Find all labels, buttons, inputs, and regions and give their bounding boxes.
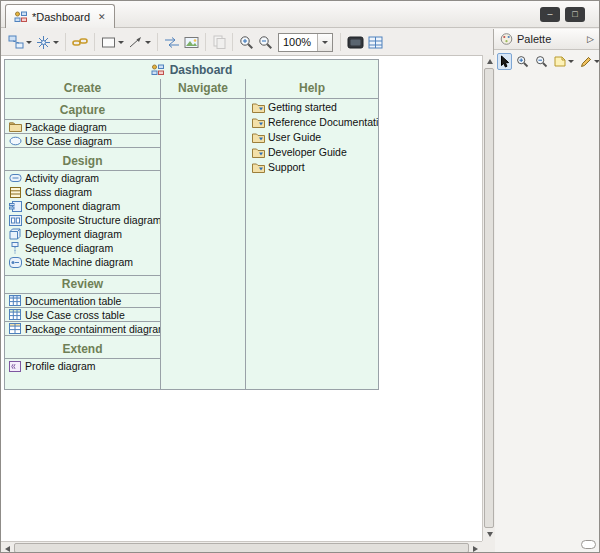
deployment-diagram-icon [8, 228, 22, 241]
scroll-down-button[interactable] [483, 528, 496, 541]
palette-header[interactable]: Palette ▷ [494, 29, 599, 50]
dropdown-arrow-icon [594, 60, 600, 63]
toolbar-separator [65, 33, 66, 51]
image-export-button[interactable] [182, 34, 201, 51]
composite-structure-diagram-icon [8, 214, 22, 227]
toolbar-separator [232, 33, 233, 51]
chevron-down-icon [322, 41, 328, 44]
palette-expand-arrow-icon[interactable]: ▷ [587, 34, 594, 44]
link-icon [72, 35, 88, 49]
zoom-out-icon [535, 55, 548, 68]
zoom-dropdown-button[interactable] [317, 34, 332, 51]
item-documentation-table[interactable]: Documentation table [5, 294, 160, 308]
item-support[interactable]: Support [246, 160, 378, 174]
sequence-diagram-icon [8, 242, 22, 255]
grid-button[interactable] [366, 34, 385, 51]
dropdown-arrow-icon [118, 41, 124, 44]
palette-title: Palette [517, 33, 551, 45]
section-capture-header: Capture [5, 102, 160, 120]
item-activity-diagram[interactable]: Activity diagram [5, 171, 160, 185]
note-tool[interactable] [552, 54, 576, 69]
component-diagram-icon [8, 200, 22, 213]
scroll-right-button[interactable] [469, 542, 482, 553]
item-label: Sequence diagram [25, 242, 113, 254]
vertical-scrollbar[interactable] [482, 55, 495, 541]
minimize-button[interactable]: – [540, 7, 560, 22]
grid-icon [368, 36, 383, 49]
zoom-level-combo [278, 33, 333, 52]
scroll-left-button[interactable] [1, 542, 14, 553]
palette-icon [499, 33, 513, 46]
item-getting-started[interactable]: Getting started [246, 100, 378, 114]
item-profile-diagram[interactable]: Profile diagram [5, 359, 160, 373]
scroll-up-button[interactable] [483, 55, 496, 68]
dropdown-arrow-icon [145, 41, 151, 44]
transfer-button[interactable] [162, 34, 182, 51]
item-package-diagram[interactable]: Package diagram [5, 120, 160, 134]
zoom-in-button[interactable] [237, 33, 256, 52]
screenshot-icon [347, 36, 364, 49]
item-class-diagram[interactable]: Class diagram [5, 185, 160, 199]
item-user-guide[interactable]: User Guide [246, 130, 378, 144]
arrow-up-icon [487, 59, 493, 64]
help-folder-icon [251, 116, 265, 129]
editor-tab-dashboard[interactable]: *Dashboard ✕ [5, 4, 115, 28]
item-label: Getting started [268, 101, 337, 113]
item-use-case-diagram[interactable]: Use Case diagram [5, 134, 160, 148]
create-diagram-button[interactable] [6, 33, 34, 52]
dashboard-tab-icon [13, 10, 27, 23]
editor-canvas[interactable]: Dashboard Create Capture Package [1, 55, 482, 541]
main-toolbar [1, 29, 495, 55]
maximize-button[interactable]: □ [565, 7, 585, 22]
zoom-out-icon [258, 35, 273, 50]
shapes-button[interactable] [99, 34, 126, 51]
zoom-level-input[interactable] [279, 34, 317, 50]
item-label: State Machine diagram [25, 256, 133, 268]
palette-zoom-out-tool[interactable] [533, 53, 550, 70]
dashboard-title: Dashboard [170, 63, 233, 77]
item-reference-documentation[interactable]: Reference Documentation [246, 115, 378, 129]
arrow-left-icon [5, 546, 10, 552]
copy-button[interactable] [210, 33, 228, 51]
dashboard-title-row: Dashboard [5, 60, 378, 79]
screenshot-button[interactable] [345, 34, 366, 51]
item-state-machine-diagram[interactable]: State Machine diagram [5, 255, 160, 269]
annotation-tool[interactable] [578, 54, 600, 70]
scrollbar-corner [482, 541, 495, 553]
application-window: *Dashboard ✕ – □ [0, 0, 600, 553]
item-developer-guide[interactable]: Developer Guide [246, 145, 378, 159]
palette-zoom-in-tool[interactable] [514, 53, 531, 70]
create-header: Create [5, 79, 160, 99]
item-use-case-cross-table[interactable]: Use Case cross table [5, 308, 160, 322]
routing-style-button[interactable] [34, 33, 61, 52]
select-tool[interactable] [497, 53, 512, 70]
zoom-in-icon [516, 55, 529, 68]
link-button[interactable] [70, 33, 90, 51]
palette-scroll-thumb[interactable] [581, 540, 596, 549]
item-label: Use Case diagram [25, 135, 112, 147]
tab-close-icon[interactable]: ✕ [98, 12, 106, 22]
horizontal-scroll-thumb[interactable] [14, 543, 469, 553]
dropdown-arrow-icon [568, 60, 574, 63]
item-label: Support [268, 161, 305, 173]
profile-diagram-icon [8, 360, 22, 373]
item-deployment-diagram[interactable]: Deployment diagram [5, 227, 160, 241]
documentation-table-icon [8, 294, 22, 307]
column-navigate: Navigate [161, 79, 246, 389]
column-help: Help Getting started [246, 79, 378, 389]
zoom-out-button[interactable] [256, 33, 275, 52]
horizontal-scrollbar[interactable] [1, 541, 482, 553]
help-folder-icon [251, 101, 265, 114]
help-header: Help [246, 79, 378, 99]
item-sequence-diagram[interactable]: Sequence diagram [5, 241, 160, 255]
help-folder-icon [251, 131, 265, 144]
use-case-diagram-icon [8, 134, 22, 147]
use-case-cross-table-icon [8, 308, 22, 321]
item-component-diagram[interactable]: Component diagram [5, 199, 160, 213]
arrow-right-icon [473, 546, 478, 552]
item-package-containment-diagram[interactable]: Package containment diagram [5, 322, 160, 336]
vertical-scroll-thumb[interactable] [484, 68, 494, 528]
item-composite-structure-diagram[interactable]: Composite Structure diagram [5, 213, 160, 227]
connections-button[interactable] [126, 34, 153, 51]
toolbar-separator [157, 33, 158, 51]
